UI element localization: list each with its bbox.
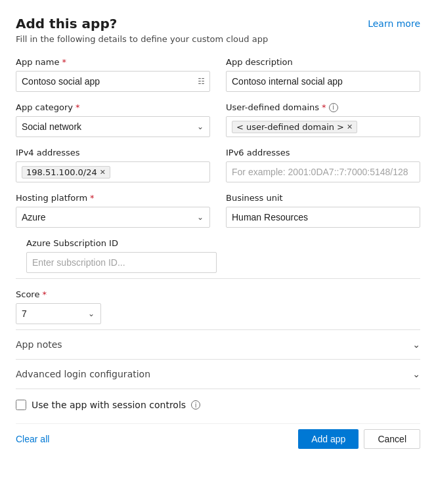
page-header: Add this app? Fill in the following deta… <box>16 16 420 44</box>
ipv6-addresses-group: IPv6 addresses <box>226 148 420 182</box>
ipv4-addresses-input[interactable]: 198.51.100.0/24 ✕ <box>16 161 210 182</box>
footer-buttons: Add app Cancel <box>298 429 420 449</box>
ipv6-addresses-label: IPv6 addresses <box>226 148 420 158</box>
page-subtitle: Fill in the following details to define … <box>16 34 268 44</box>
app-category-group: App category * Social network Collaborat… <box>16 102 210 137</box>
app-category-label: App category * <box>16 102 210 112</box>
score-group: Score * 12345678910 ⌄ <box>16 289 420 324</box>
user-defined-domain-tag: < user-defined domain > ✕ <box>232 121 357 133</box>
app-name-clear-icon[interactable]: ☷ <box>198 77 205 86</box>
app-category-select[interactable]: Social network Collaboration Productivit… <box>16 116 210 137</box>
score-section: Score * 12345678910 ⌄ <box>16 289 420 324</box>
cancel-button[interactable]: Cancel <box>364 429 420 449</box>
learn-more-link[interactable]: Learn more <box>368 18 420 29</box>
advanced-login-collapsible[interactable]: Advanced login configuration ⌄ <box>16 359 420 389</box>
app-name-group: App name * ☷ <box>16 57 210 92</box>
session-controls-section: Use the app with session controls i <box>16 400 420 410</box>
app-notes-chevron-icon: ⌄ <box>412 339 420 350</box>
business-unit-group: Business unit <box>226 193 420 228</box>
hosting-platform-group: Hosting platform * Azure AWS Google Clou… <box>16 193 210 228</box>
required-marker: * <box>42 289 47 299</box>
user-defined-domains-group: User-defined domains * i < user-defined … <box>226 102 420 137</box>
page-title: Add this app? <box>16 16 268 32</box>
business-unit-input[interactable] <box>226 207 420 228</box>
app-description-input[interactable] <box>226 71 420 92</box>
app-description-group: App description <box>226 57 420 92</box>
user-defined-domains-input[interactable]: < user-defined domain > ✕ <box>226 116 420 137</box>
form-grid: App name * ☷ App description App categor… <box>16 57 420 228</box>
session-controls-checkbox[interactable] <box>16 400 26 410</box>
clear-all-button[interactable]: Clear all <box>16 434 49 444</box>
azure-subscription-group: Azure Subscription ID <box>26 238 217 273</box>
header-text-block: Add this app? Fill in the following deta… <box>16 16 268 44</box>
app-notes-collapsible[interactable]: App notes ⌄ <box>16 329 420 359</box>
azure-subscription-label: Azure Subscription ID <box>26 238 217 248</box>
azure-subscription-section: Azure Subscription ID <box>16 238 420 273</box>
ipv6-addresses-input[interactable] <box>226 161 420 182</box>
collapsibles-section: App notes ⌄ Advanced login configuration… <box>16 329 420 389</box>
user-defined-domains-label: User-defined domains * i <box>226 102 420 112</box>
domain-tag-remove-icon[interactable]: ✕ <box>347 123 353 131</box>
app-name-input-wrapper: ☷ <box>16 71 210 92</box>
app-name-input[interactable] <box>16 71 210 92</box>
page-footer: Clear all Add app Cancel <box>16 423 420 449</box>
app-notes-label: App notes <box>16 339 62 350</box>
user-defined-domains-info-icon[interactable]: i <box>329 103 338 112</box>
divider-1 <box>16 278 420 279</box>
required-marker: * <box>90 193 95 203</box>
advanced-login-chevron-icon: ⌄ <box>412 369 420 379</box>
session-controls-label: Use the app with session controls <box>32 400 186 410</box>
session-controls-checkbox-wrapper: Use the app with session controls i <box>16 400 200 410</box>
hosting-platform-select-wrapper: Azure AWS Google Cloud Other ⌄ <box>16 207 210 228</box>
session-controls-info-icon[interactable]: i <box>191 400 200 410</box>
score-select-wrapper: 12345678910 ⌄ <box>16 303 101 324</box>
ipv4-addresses-group: IPv4 addresses 198.51.100.0/24 ✕ <box>16 148 210 182</box>
app-category-select-wrapper: Social network Collaboration Productivit… <box>16 116 210 137</box>
business-unit-label: Business unit <box>226 193 420 203</box>
score-label: Score * <box>16 289 420 299</box>
add-app-button[interactable]: Add app <box>298 429 359 449</box>
hosting-platform-label: Hosting platform * <box>16 193 210 203</box>
azure-subscription-input[interactable] <box>26 252 217 273</box>
ipv4-tag: 198.51.100.0/24 ✕ <box>22 166 110 178</box>
app-name-label: App name * <box>16 57 210 67</box>
score-select[interactable]: 12345678910 <box>16 303 101 324</box>
required-marker: * <box>76 102 80 112</box>
ipv4-tag-remove-icon[interactable]: ✕ <box>100 168 106 177</box>
app-description-label: App description <box>226 57 420 67</box>
advanced-login-label: Advanced login configuration <box>16 369 150 379</box>
required-marker: * <box>322 102 326 112</box>
hosting-platform-select[interactable]: Azure AWS Google Cloud Other <box>16 207 210 228</box>
required-marker: * <box>62 57 66 67</box>
ipv4-addresses-label: IPv4 addresses <box>16 148 210 158</box>
